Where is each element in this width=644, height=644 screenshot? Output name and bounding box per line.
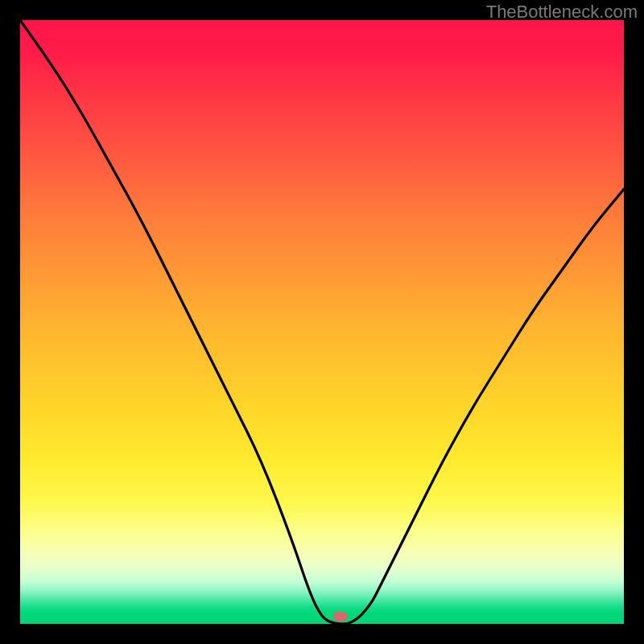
curve-overlay bbox=[20, 20, 624, 624]
chart-container: TheBottleneck.com bbox=[0, 0, 644, 644]
plot-area bbox=[20, 20, 624, 624]
watermark-text: TheBottleneck.com bbox=[486, 2, 638, 23]
bottleneck-curve-path bbox=[20, 20, 624, 624]
optimal-point-marker bbox=[333, 612, 348, 621]
